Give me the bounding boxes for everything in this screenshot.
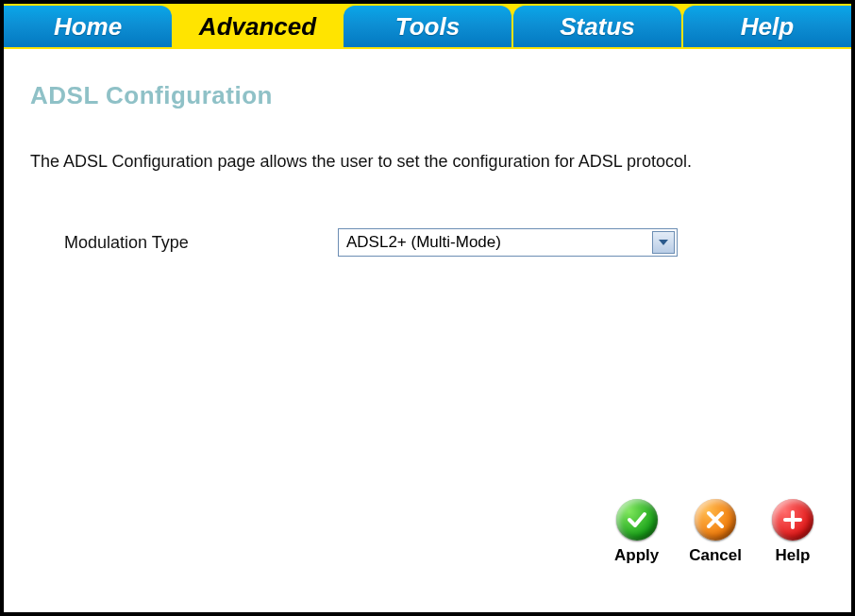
cancel-button[interactable]: Cancel	[689, 499, 742, 565]
cancel-label: Cancel	[689, 546, 742, 565]
action-bar: Apply Cancel Help	[614, 499, 813, 565]
tab-label: Help	[741, 12, 794, 42]
modulation-row: Modulation Type ADSL2+ (Multi-Mode)	[64, 228, 825, 257]
modulation-select-value: ADSL2+ (Multi-Mode)	[346, 233, 501, 252]
tab-advanced[interactable]: Advanced	[174, 6, 342, 47]
page-title: ADSL Configuration	[30, 81, 825, 110]
check-icon	[616, 499, 658, 541]
tab-label: Tools	[395, 12, 460, 42]
tab-label: Home	[54, 12, 122, 42]
tab-label: Advanced	[199, 12, 316, 42]
tab-help[interactable]: Help	[683, 6, 851, 47]
main-tabbar: Home Advanced Tools Status Help	[4, 4, 851, 49]
tab-home[interactable]: Home	[4, 6, 172, 47]
plus-icon	[772, 499, 813, 541]
apply-button[interactable]: Apply	[614, 499, 659, 565]
apply-label: Apply	[614, 546, 659, 565]
modulation-select[interactable]: ADSL2+ (Multi-Mode)	[338, 228, 678, 257]
modulation-label: Modulation Type	[64, 233, 338, 253]
content-area: ADSL Configuration The ADSL Configuratio…	[4, 49, 851, 275]
help-label: Help	[776, 546, 811, 565]
tab-label: Status	[560, 12, 634, 42]
tab-status[interactable]: Status	[513, 6, 681, 47]
chevron-down-icon	[652, 231, 675, 254]
x-icon	[695, 499, 736, 541]
help-button[interactable]: Help	[772, 499, 813, 565]
tab-tools[interactable]: Tools	[344, 6, 511, 47]
page-description: The ADSL Configuration page allows the u…	[30, 152, 825, 172]
